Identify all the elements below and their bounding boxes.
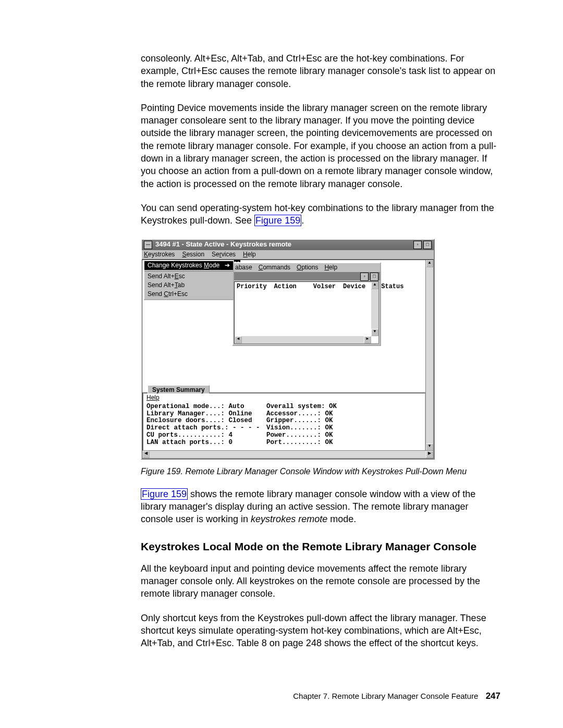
summary-help-menu[interactable]: Help [146,394,422,401]
client-area: Change Keystrokes Mode➔ Send Alt+Esc Sen… [142,260,434,459]
text-run: You can send operating-system hot-key co… [141,203,494,226]
scroll-up-icon[interactable]: ▲ [426,260,433,267]
window-title: 3494 #1 - State Active - Keystrokes remo… [155,241,291,248]
text-run-italic: keystrokes remote [251,514,327,524]
menu-help[interactable]: Help [243,251,256,258]
system-summary-pane: Help Operational mode...: AutoOverall sy… [142,392,426,459]
menu-change-mode[interactable]: Change Keystrokes Mode➔ [144,261,233,270]
page-footer: Chapter 7. Remote Library Manager Consol… [141,691,500,701]
scroll-down-icon[interactable]: ▼ [426,443,433,451]
summary-row: Operational mode...: AutoOverall system:… [146,403,422,411]
inner-vertical-scrollbar[interactable]: ▲ ▼ [371,282,378,336]
scroll-right-icon[interactable]: ▶ [426,451,433,458]
client-vertical-scrollbar[interactable]: ▲ ▼ [425,260,433,451]
col-status: Status [381,283,403,290]
inner-maximize-button[interactable]: □ [370,273,378,281]
keystrokes-dropdown: Change Keystrokes Mode➔ Send Alt+Esc Sen… [143,260,234,300]
inner-menu-item[interactable]: Help [324,264,337,271]
summary-row: Enclosure doors....: ClosedGripper......… [146,417,422,425]
summary-row: LAN attach ports...: 0Port.........: OK [146,439,422,447]
body-paragraph: Figure 159 shows the remote library mana… [141,488,500,526]
rlmc-window: — 3494 #1 - State Active - Keystrokes re… [141,239,435,460]
menu-send-alt-esc[interactable]: Send Alt+Esc [144,271,233,281]
inner-horizontal-scrollbar[interactable]: ◀ ▶ [235,336,371,343]
body-paragraph: You can send operating-system hot-key co… [141,202,500,227]
scroll-left-icon[interactable]: ◀ [142,451,150,458]
window-titlebar: — 3494 #1 - State Active - Keystrokes re… [142,240,434,250]
figure-link[interactable]: Figure 159 [254,215,301,226]
inner-menu-item[interactable]: Options [297,264,318,271]
col-action: Action [274,283,297,290]
body-paragraph: Only shortcut keys from the Keystrokes p… [141,612,500,650]
scroll-up-icon[interactable]: ▲ [371,282,378,289]
inner-menu-item[interactable]: abase [235,264,252,271]
maximize-button[interactable]: □ [423,241,432,249]
inner-minimize-button[interactable]: ▫ [360,273,369,281]
inner-window: abase Commands Options Help ▫ □ Priority… [232,262,381,346]
inner-list: Priority Action Volser Device Status ▲ ▼… [234,281,379,344]
summary-row: CU ports...........: 4Power........: OK [146,432,422,439]
inner-titlebar: ▫ □ [233,272,380,280]
footer-chapter: Chapter 7. Remote Library Manager Consol… [293,692,478,700]
text-run: . [301,215,304,226]
body-paragraph: consoleonly. Alt+Esc, Alt+Tab, and Ctrl+… [141,52,500,90]
scroll-right-icon[interactable]: ▶ [364,336,371,343]
figure-link[interactable]: Figure 159 [141,488,188,500]
summary-row: Library Manager....: OnlineAccessor.....… [146,411,422,418]
list-header-row: Priority Action Volser Device Status [235,282,378,292]
col-priority: Priority [237,283,267,290]
body-paragraph: All the keyboard input and pointing devi… [141,562,500,600]
section-heading: Keystrokes Local Mode on the Remote Libr… [141,540,500,553]
client-horizontal-scrollbar[interactable]: ◀ ▶ [142,450,433,458]
minimize-button[interactable]: ▫ [413,241,422,249]
menu-services[interactable]: Services [212,251,236,258]
system-menu-icon[interactable]: — [144,241,152,249]
menu-session[interactable]: Session [182,251,204,258]
menu-send-alt-tab[interactable]: Send Alt+Tab [144,281,233,290]
scroll-left-icon[interactable]: ◀ [235,336,242,343]
col-device: Device [343,283,365,290]
submenu-arrow-icon: ➔ [225,262,230,269]
body-paragraph: Pointing Device movements inside the lib… [141,102,500,190]
col-volser: Volser [313,283,336,290]
figure-caption: Figure 159. Remote Library Manager Conso… [141,467,500,476]
inner-menu-bar: abase Commands Options Help [233,263,380,272]
menu-send-ctrl-esc[interactable]: Send Ctrl+Esc [144,290,233,299]
summary-row: Direct attach ports.: - - - -Vision.....… [146,425,422,432]
menu-bar: Keystrokes Session Services Help [142,250,434,260]
scroll-down-icon[interactable]: ▼ [371,329,378,336]
inner-menu-item[interactable]: Commands [259,264,290,271]
footer-page-number: 247 [486,691,500,701]
menu-keystrokes[interactable]: Keystrokes [144,251,175,258]
system-summary-tab[interactable]: System Summary [148,385,210,393]
text-run: mode. [327,514,356,524]
